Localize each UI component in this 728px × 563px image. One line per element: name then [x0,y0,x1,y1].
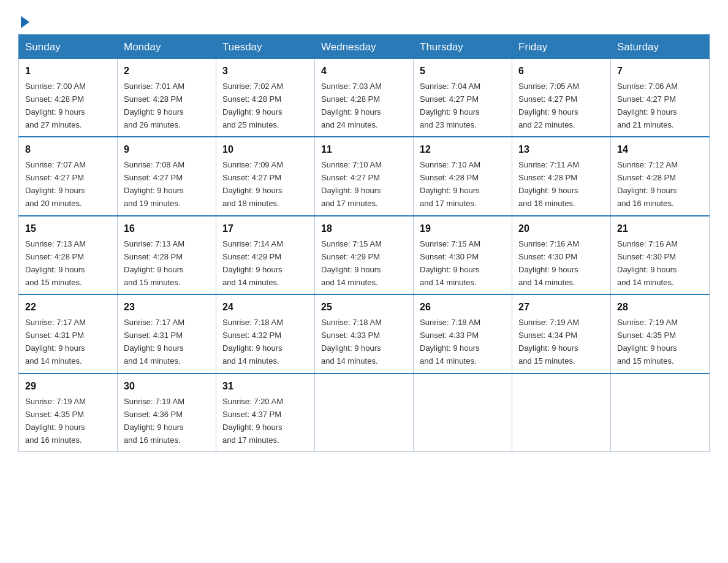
day-number: 28 [617,300,703,315]
day-info: Sunrise: 7:18 AMSunset: 4:33 PMDaylight:… [420,318,480,366]
calendar-cell [315,373,414,452]
day-info: Sunrise: 7:19 AMSunset: 4:35 PMDaylight:… [25,397,86,445]
calendar-cell: 27 Sunrise: 7:19 AMSunset: 4:34 PMDaylig… [512,294,611,373]
day-number: 18 [321,221,407,237]
day-info: Sunrise: 7:15 AMSunset: 4:30 PMDaylight:… [420,239,480,287]
calendar-cell: 2 Sunrise: 7:01 AMSunset: 4:28 PMDayligh… [118,59,216,137]
day-number: 21 [617,221,703,237]
page-header [18,12,710,28]
day-number: 26 [420,300,506,315]
day-info: Sunrise: 7:06 AMSunset: 4:27 PMDaylight:… [617,82,678,129]
day-info: Sunrise: 7:16 AMSunset: 4:30 PMDaylight:… [617,239,678,287]
calendar-cell: 9 Sunrise: 7:08 AMSunset: 4:27 PMDayligh… [118,137,216,215]
day-number: 24 [222,300,308,315]
calendar-cell [512,373,611,452]
day-info: Sunrise: 7:17 AMSunset: 4:31 PMDaylight:… [124,318,184,366]
calendar-cell: 28 Sunrise: 7:19 AMSunset: 4:35 PMDaylig… [611,294,710,373]
day-info: Sunrise: 7:10 AMSunset: 4:27 PMDaylight:… [321,160,382,208]
day-info: Sunrise: 7:20 AMSunset: 4:37 PMDaylight:… [222,397,283,445]
col-header-friday: Friday [512,35,611,59]
day-number: 29 [25,379,111,394]
calendar-cell: 18 Sunrise: 7:15 AMSunset: 4:29 PMDaylig… [315,216,414,294]
day-info: Sunrise: 7:09 AMSunset: 4:27 PMDaylight:… [222,160,283,208]
day-info: Sunrise: 7:01 AMSunset: 4:28 PMDaylight:… [124,82,184,129]
calendar-cell: 30 Sunrise: 7:19 AMSunset: 4:36 PMDaylig… [118,373,216,452]
day-info: Sunrise: 7:13 AMSunset: 4:28 PMDaylight:… [124,239,184,287]
logo-area [18,12,29,28]
day-info: Sunrise: 7:08 AMSunset: 4:27 PMDaylight:… [124,160,184,208]
calendar-cell: 26 Sunrise: 7:18 AMSunset: 4:33 PMDaylig… [414,294,512,373]
calendar-cell: 13 Sunrise: 7:11 AMSunset: 4:28 PMDaylig… [512,137,611,215]
calendar-cell: 21 Sunrise: 7:16 AMSunset: 4:30 PMDaylig… [611,216,710,294]
day-number: 13 [518,142,604,158]
day-info: Sunrise: 7:07 AMSunset: 4:27 PMDaylight:… [25,160,86,208]
day-number: 1 [25,64,111,79]
calendar-cell: 23 Sunrise: 7:17 AMSunset: 4:31 PMDaylig… [118,294,216,373]
calendar-header-row: SundayMondayTuesdayWednesdayThursdayFrid… [19,35,710,59]
col-header-thursday: Thursday [414,35,512,59]
calendar-cell: 24 Sunrise: 7:18 AMSunset: 4:32 PMDaylig… [216,294,315,373]
calendar-week-row: 29 Sunrise: 7:19 AMSunset: 4:35 PMDaylig… [19,373,710,452]
day-number: 7 [617,64,703,79]
day-number: 14 [617,142,703,158]
calendar-week-row: 15 Sunrise: 7:13 AMSunset: 4:28 PMDaylig… [19,216,710,294]
day-info: Sunrise: 7:04 AMSunset: 4:27 PMDaylight:… [420,82,480,129]
day-info: Sunrise: 7:03 AMSunset: 4:28 PMDaylight:… [321,82,382,129]
day-number: 25 [321,300,407,315]
day-info: Sunrise: 7:12 AMSunset: 4:28 PMDaylight:… [617,160,678,208]
day-info: Sunrise: 7:17 AMSunset: 4:31 PMDaylight:… [25,318,86,366]
calendar-table: SundayMondayTuesdayWednesdayThursdayFrid… [18,34,710,452]
logo [18,16,29,28]
calendar-week-row: 22 Sunrise: 7:17 AMSunset: 4:31 PMDaylig… [19,294,710,373]
day-number: 30 [124,379,210,394]
day-info: Sunrise: 7:11 AMSunset: 4:28 PMDaylight:… [518,160,579,208]
calendar-cell: 25 Sunrise: 7:18 AMSunset: 4:33 PMDaylig… [315,294,414,373]
day-number: 15 [25,221,111,237]
day-number: 11 [321,142,407,158]
day-info: Sunrise: 7:05 AMSunset: 4:27 PMDaylight:… [518,82,579,129]
calendar-cell [611,373,710,452]
day-number: 31 [222,379,308,394]
calendar-cell: 31 Sunrise: 7:20 AMSunset: 4:37 PMDaylig… [216,373,315,452]
day-number: 10 [222,142,308,158]
calendar-cell: 11 Sunrise: 7:10 AMSunset: 4:27 PMDaylig… [315,137,414,215]
day-number: 12 [420,142,506,158]
calendar-cell: 1 Sunrise: 7:00 AMSunset: 4:28 PMDayligh… [19,59,118,137]
day-number: 19 [420,221,506,237]
col-header-saturday: Saturday [611,35,710,59]
calendar-cell [414,373,512,452]
day-info: Sunrise: 7:19 AMSunset: 4:36 PMDaylight:… [124,397,184,445]
day-number: 22 [25,300,111,315]
day-info: Sunrise: 7:18 AMSunset: 4:33 PMDaylight:… [321,318,382,366]
day-info: Sunrise: 7:16 AMSunset: 4:30 PMDaylight:… [518,239,579,287]
calendar-week-row: 8 Sunrise: 7:07 AMSunset: 4:27 PMDayligh… [19,137,710,215]
calendar-cell: 15 Sunrise: 7:13 AMSunset: 4:28 PMDaylig… [19,216,118,294]
day-info: Sunrise: 7:19 AMSunset: 4:34 PMDaylight:… [518,318,579,366]
col-header-tuesday: Tuesday [216,35,315,59]
calendar-cell: 16 Sunrise: 7:13 AMSunset: 4:28 PMDaylig… [118,216,216,294]
day-info: Sunrise: 7:02 AMSunset: 4:28 PMDaylight:… [222,82,283,129]
day-info: Sunrise: 7:10 AMSunset: 4:28 PMDaylight:… [420,160,480,208]
day-number: 17 [222,221,308,237]
calendar-cell: 3 Sunrise: 7:02 AMSunset: 4:28 PMDayligh… [216,59,315,137]
col-header-sunday: Sunday [19,35,118,59]
calendar-cell: 10 Sunrise: 7:09 AMSunset: 4:27 PMDaylig… [216,137,315,215]
calendar-cell: 5 Sunrise: 7:04 AMSunset: 4:27 PMDayligh… [414,59,512,137]
day-info: Sunrise: 7:00 AMSunset: 4:28 PMDaylight:… [25,82,86,129]
day-number: 27 [518,300,604,315]
calendar-cell: 6 Sunrise: 7:05 AMSunset: 4:27 PMDayligh… [512,59,611,137]
day-number: 23 [124,300,210,315]
calendar-week-row: 1 Sunrise: 7:00 AMSunset: 4:28 PMDayligh… [19,59,710,137]
logo-arrow-icon [21,16,29,28]
day-info: Sunrise: 7:19 AMSunset: 4:35 PMDaylight:… [617,318,678,366]
day-info: Sunrise: 7:15 AMSunset: 4:29 PMDaylight:… [321,239,382,287]
calendar-cell: 4 Sunrise: 7:03 AMSunset: 4:28 PMDayligh… [315,59,414,137]
day-number: 4 [321,64,407,79]
calendar-cell: 22 Sunrise: 7:17 AMSunset: 4:31 PMDaylig… [19,294,118,373]
calendar-cell: 8 Sunrise: 7:07 AMSunset: 4:27 PMDayligh… [19,137,118,215]
col-header-wednesday: Wednesday [315,35,414,59]
day-number: 6 [518,64,604,79]
calendar-cell: 7 Sunrise: 7:06 AMSunset: 4:27 PMDayligh… [611,59,710,137]
day-number: 20 [518,221,604,237]
calendar-cell: 12 Sunrise: 7:10 AMSunset: 4:28 PMDaylig… [414,137,512,215]
